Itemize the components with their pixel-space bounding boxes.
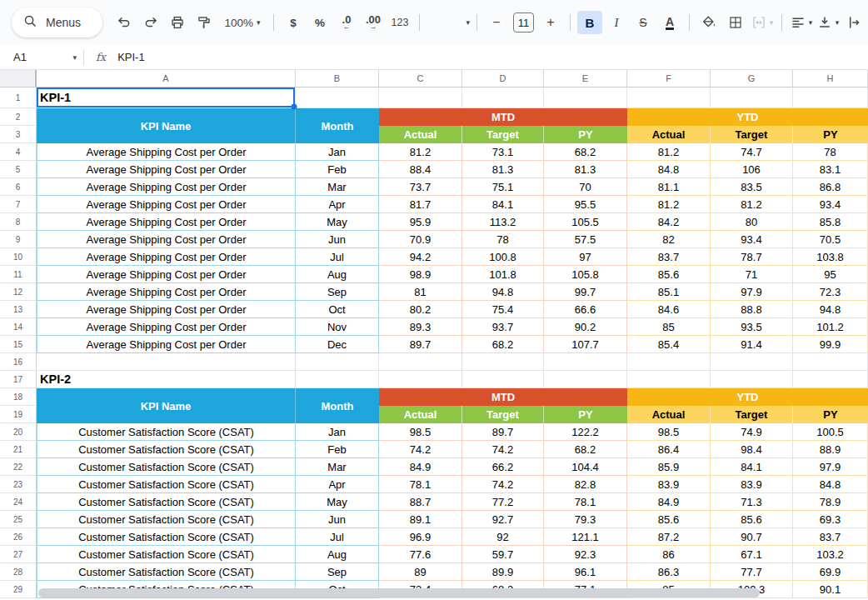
t1-header-ytd[interactable]: YTD bbox=[627, 108, 868, 126]
cell-G20[interactable]: 74.9 bbox=[711, 423, 793, 441]
cell-E26[interactable]: 121.1 bbox=[544, 528, 627, 546]
cell-F15[interactable]: 85.4 bbox=[627, 336, 711, 353]
cell-A14[interactable]: Average Shipping Cost per Order bbox=[37, 318, 296, 336]
vertical-align-button[interactable]: ▾ bbox=[816, 11, 841, 34]
cell-E13[interactable]: 66.6 bbox=[544, 301, 627, 318]
decrease-font-size-button[interactable]: − bbox=[484, 11, 509, 34]
t1-header-ytd-target[interactable]: Target bbox=[711, 126, 793, 143]
cell-D11[interactable]: 101.8 bbox=[462, 266, 544, 283]
cell-G8[interactable]: 80 bbox=[711, 213, 793, 231]
cell-D8[interactable]: 113.2 bbox=[462, 213, 544, 231]
borders-button[interactable] bbox=[723, 11, 748, 34]
cell-C15[interactable]: 89.7 bbox=[379, 336, 462, 353]
cell-F20[interactable]: 98.5 bbox=[627, 423, 711, 441]
cell-H12[interactable]: 72.3 bbox=[793, 283, 868, 301]
cell-B8[interactable]: May bbox=[296, 213, 379, 231]
undo-button[interactable] bbox=[112, 11, 137, 34]
cell-H26[interactable]: 83.7 bbox=[793, 528, 868, 546]
cell-H10[interactable]: 103.8 bbox=[793, 248, 868, 266]
font-family-select[interactable]: ▾ bbox=[427, 11, 470, 34]
cell-D20[interactable]: 89.7 bbox=[462, 423, 544, 441]
cell-C28[interactable]: 89 bbox=[379, 563, 462, 581]
cell-E7[interactable]: 95.5 bbox=[544, 196, 627, 213]
t2-header-mtd[interactable]: MTD bbox=[379, 388, 627, 406]
cell-G12[interactable]: 97.9 bbox=[711, 283, 793, 301]
cell-A10[interactable]: Average Shipping Cost per Order bbox=[37, 248, 296, 266]
cell-E9[interactable]: 57.5 bbox=[544, 231, 627, 248]
font-size-input[interactable]: 11 bbox=[513, 12, 534, 32]
cell-D22[interactable]: 66.2 bbox=[462, 458, 544, 476]
cell-F21[interactable]: 86.4 bbox=[627, 441, 711, 458]
cell-E25[interactable]: 79.3 bbox=[544, 511, 627, 528]
cell-C17[interactable] bbox=[379, 371, 462, 388]
row-header-16[interactable]: 16 bbox=[0, 353, 37, 371]
row-header-2[interactable]: 2 bbox=[0, 108, 37, 126]
cell-A24[interactable]: Customer Satisfaction Score (CSAT) bbox=[37, 493, 296, 511]
cell-E14[interactable]: 90.2 bbox=[544, 318, 627, 336]
cell-H29[interactable]: 90.1 bbox=[793, 581, 868, 598]
row-header-27[interactable]: 27 bbox=[0, 546, 37, 563]
cell-B10[interactable]: Jul bbox=[296, 248, 379, 266]
row-header-25[interactable]: 25 bbox=[0, 511, 37, 528]
cell-F5[interactable]: 84.8 bbox=[627, 161, 711, 178]
cell-A1[interactable]: KPI-1 bbox=[37, 88, 296, 108]
cell-E27[interactable]: 92.3 bbox=[544, 546, 627, 563]
cell-C14[interactable]: 89.3 bbox=[379, 318, 462, 336]
cell-G14[interactable]: 93.5 bbox=[711, 318, 793, 336]
name-box[interactable]: A1 ▾ bbox=[0, 51, 83, 63]
cell-C4[interactable]: 81.2 bbox=[379, 143, 462, 161]
cell-C24[interactable]: 88.7 bbox=[379, 493, 462, 511]
cell-A17[interactable]: KPI-2 bbox=[37, 371, 296, 388]
italic-button[interactable]: I bbox=[604, 11, 629, 34]
cell-G5[interactable]: 106 bbox=[711, 161, 793, 178]
cell-E16[interactable] bbox=[544, 353, 627, 371]
cell-A12[interactable]: Average Shipping Cost per Order bbox=[37, 283, 296, 301]
cell-F17[interactable] bbox=[627, 371, 711, 388]
t2-header-kpi-name[interactable]: KPI Name bbox=[37, 388, 296, 423]
cell-D24[interactable]: 77.2 bbox=[462, 493, 544, 511]
row-header-20[interactable]: 20 bbox=[0, 423, 37, 441]
cell-G4[interactable]: 74.7 bbox=[711, 143, 793, 161]
cell-E12[interactable]: 99.7 bbox=[544, 283, 627, 301]
cell-H27[interactable]: 103.2 bbox=[793, 546, 868, 563]
cell-A9[interactable]: Average Shipping Cost per Order bbox=[37, 231, 296, 248]
t1-header-month[interactable]: Month bbox=[296, 108, 379, 143]
cell-G17[interactable] bbox=[711, 371, 793, 388]
column-header-A[interactable]: A bbox=[37, 70, 296, 88]
cell-H23[interactable]: 84.8 bbox=[793, 476, 868, 493]
cell-E5[interactable]: 81.3 bbox=[544, 161, 627, 178]
cell-B9[interactable]: Jun bbox=[296, 231, 379, 248]
cell-B15[interactable]: Dec bbox=[296, 336, 379, 353]
more-formats-button[interactable]: 123 bbox=[387, 11, 412, 34]
cell-C23[interactable]: 78.1 bbox=[379, 476, 462, 493]
cell-A26[interactable]: Customer Satisfaction Score (CSAT) bbox=[37, 528, 296, 546]
row-header-9[interactable]: 9 bbox=[0, 231, 37, 248]
t1-header-ytd-py[interactable]: PY bbox=[793, 126, 868, 143]
cell-H7[interactable]: 93.4 bbox=[793, 196, 868, 213]
cell-G7[interactable]: 81.2 bbox=[711, 196, 793, 213]
row-header-24[interactable]: 24 bbox=[0, 493, 37, 511]
bold-button[interactable]: B bbox=[577, 11, 602, 34]
cell-F8[interactable]: 84.2 bbox=[627, 213, 711, 231]
cell-C10[interactable]: 94.2 bbox=[379, 248, 462, 266]
cell-G25[interactable]: 85.6 bbox=[711, 511, 793, 528]
column-header-H[interactable]: H bbox=[793, 70, 868, 88]
cell-A28[interactable]: Customer Satisfaction Score (CSAT) bbox=[37, 563, 296, 581]
cell-G15[interactable]: 91.4 bbox=[711, 336, 793, 353]
redo-button[interactable] bbox=[138, 11, 163, 34]
cell-D6[interactable]: 75.1 bbox=[462, 178, 544, 196]
cell-D21[interactable]: 74.2 bbox=[462, 441, 544, 458]
cell-B13[interactable]: Oct bbox=[296, 301, 379, 318]
cell-H24[interactable]: 78.9 bbox=[793, 493, 868, 511]
cell-A4[interactable]: Average Shipping Cost per Order bbox=[37, 143, 296, 161]
cell-D15[interactable]: 68.2 bbox=[462, 336, 544, 353]
row-header-4[interactable]: 4 bbox=[0, 143, 37, 161]
cell-E21[interactable]: 68.2 bbox=[544, 441, 627, 458]
cell-F25[interactable]: 85.6 bbox=[627, 511, 711, 528]
cell-H9[interactable]: 70.5 bbox=[793, 231, 868, 248]
formula-input[interactable]: KPI-1 bbox=[117, 51, 145, 63]
cell-A25[interactable]: Customer Satisfaction Score (CSAT) bbox=[37, 511, 296, 528]
cell-C27[interactable]: 77.6 bbox=[379, 546, 462, 563]
cell-B24[interactable]: May bbox=[296, 493, 379, 511]
format-currency-button[interactable]: $ bbox=[281, 11, 306, 34]
